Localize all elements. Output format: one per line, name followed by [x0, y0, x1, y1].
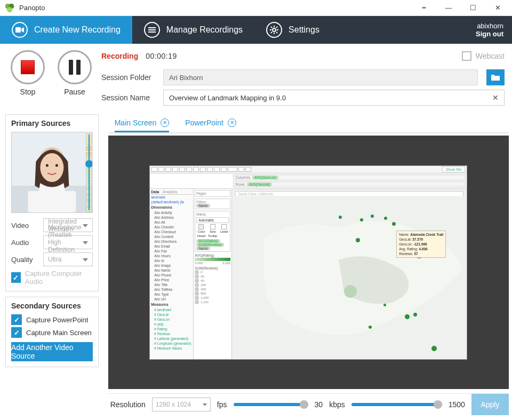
checkmark-icon: ✓	[11, 314, 22, 325]
title-bar: Panopto •• — ☐ ✕	[0, 0, 512, 16]
close-tab-icon[interactable]: ✕	[161, 118, 169, 127]
stop-button[interactable]	[11, 50, 45, 84]
session-folder-field[interactable]: Ari Bixhorn	[163, 69, 478, 85]
minimize-button[interactable]: —	[436, 0, 461, 16]
svg-line-13	[276, 32, 277, 33]
settings-gear-icon[interactable]: ••	[412, 0, 436, 16]
maximize-button[interactable]: ☐	[461, 0, 485, 16]
session-folder-label: Session Folder	[101, 73, 155, 82]
webcast-toggle[interactable]: Webcast	[462, 51, 505, 61]
nav-manage-label: Manage Recordings	[166, 25, 243, 35]
video-label: Video	[11, 221, 38, 229]
checkmark-icon: ✓	[11, 272, 21, 283]
secondary-sources-title: Secondary Sources	[11, 302, 93, 310]
top-nav: Create New Recording Manage Recordings S…	[0, 16, 512, 44]
capture-main-screen-toggle[interactable]: ✓ Capture Main Screen	[11, 327, 93, 338]
svg-point-7	[273, 28, 276, 31]
tab-powerpoint[interactable]: PowerPoint ✕	[185, 114, 236, 132]
audio-select[interactable]: Microphone (Realtek High Definition Au	[43, 235, 93, 249]
pause-button[interactable]	[58, 50, 92, 84]
app-logo-icon	[4, 3, 15, 13]
browse-folder-button[interactable]	[486, 69, 505, 85]
add-video-source-button[interactable]: Add Another Video Source	[11, 342, 93, 361]
show-me-button: Show Me	[442, 167, 465, 172]
webcast-label: Webcast	[476, 52, 505, 60]
apply-button[interactable]: Apply	[471, 394, 509, 415]
captured-app-window: Show Me ColumnsAVG(GeoLon) RowsAVG(GeoLa…	[149, 165, 467, 360]
svg-line-15	[271, 32, 272, 33]
primary-sources-title: Primary Sources	[11, 119, 93, 128]
screen-preview: Show Me ColumnsAVG(GeoLon) RowsAVG(GeoLa…	[108, 136, 509, 389]
svg-line-12	[271, 27, 272, 28]
nav-create-label: Create New Recording	[34, 25, 121, 35]
close-button[interactable]: ✕	[485, 0, 510, 16]
session-name-label: Session Name	[101, 93, 155, 102]
svg-point-23	[46, 164, 49, 167]
folder-icon	[491, 74, 500, 81]
gear-icon	[266, 22, 282, 38]
secondary-sources-panel: Secondary Sources ✓ Capture PowerPoint ✓…	[5, 297, 99, 367]
user-info: abixhorn Sign out	[476, 16, 512, 44]
stop-icon	[21, 60, 35, 74]
list-icon	[144, 22, 160, 38]
recording-controls: Stop Pause	[11, 50, 92, 110]
capture-computer-audio-toggle[interactable]: ✓ Capture Computer Audio	[11, 270, 93, 286]
nav-settings-label: Settings	[289, 25, 319, 35]
app-name: Panopto	[19, 4, 45, 12]
stop-label: Stop	[20, 88, 36, 96]
session-name-field[interactable]: Overview of Landmark Mapping in 9.0 ✕	[163, 90, 505, 106]
capture-settings-bar: Resolution 1280 x 1024 fps 30 kbps 1500 …	[108, 393, 509, 415]
quality-select[interactable]: Ultra	[43, 252, 93, 266]
capture-powerpoint-toggle[interactable]: ✓ Capture PowerPoint	[11, 314, 93, 325]
fps-value: 30	[315, 400, 323, 409]
fps-slider[interactable]	[234, 403, 308, 406]
webcam-preview	[11, 132, 93, 213]
close-tab-icon[interactable]: ✕	[228, 118, 236, 127]
svg-rect-3	[15, 27, 21, 33]
kbps-slider[interactable]	[351, 403, 442, 406]
resolution-label: Resolution	[110, 400, 146, 409]
svg-point-24	[55, 164, 58, 167]
kbps-value: 1500	[449, 400, 465, 409]
recording-status: Recording	[101, 52, 138, 60]
svg-point-2	[7, 7, 12, 12]
checkbox-icon	[462, 51, 471, 61]
clear-name-icon[interactable]: ✕	[492, 93, 499, 102]
user-name: abixhorn	[477, 22, 503, 30]
kbps-label: kbps	[329, 400, 345, 409]
resolution-select[interactable]: 1280 x 1024	[152, 398, 211, 411]
quality-label: Quality	[11, 256, 38, 264]
svg-point-22	[40, 153, 63, 182]
session-area: Stop Pause Recording 00:00:19 Webcast Se…	[0, 44, 512, 114]
pause-icon	[69, 60, 81, 75]
camera-icon	[12, 22, 28, 38]
svg-line-14	[276, 27, 277, 28]
checkmark-icon: ✓	[11, 327, 22, 338]
recording-time: 00:00:19	[146, 52, 177, 60]
audio-label: Audio	[11, 239, 38, 247]
nav-manage-recordings[interactable]: Manage Recordings	[132, 16, 254, 44]
primary-sources-panel: Primary Sources	[5, 114, 99, 291]
nav-settings[interactable]: Settings	[254, 16, 331, 44]
nav-create-recording[interactable]: Create New Recording	[0, 16, 132, 44]
audio-level-slider[interactable]	[85, 132, 93, 212]
fps-label: fps	[217, 400, 227, 409]
pause-label: Pause	[64, 88, 85, 96]
sign-out-link[interactable]: Sign out	[476, 30, 503, 38]
tab-main-screen[interactable]: Main Screen ✕	[115, 114, 170, 132]
source-tabs: Main Screen ✕ PowerPoint ✕	[108, 114, 509, 133]
